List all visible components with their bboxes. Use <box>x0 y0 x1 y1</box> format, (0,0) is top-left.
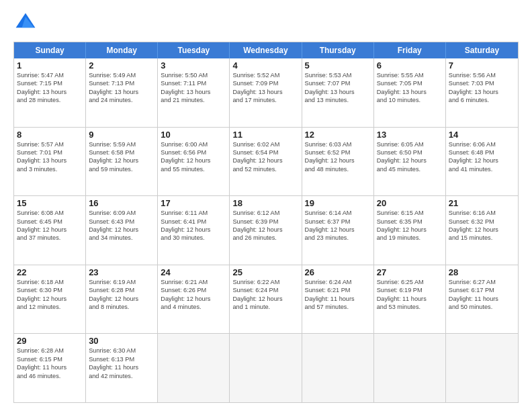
cell-info-line: and 10 minutes. <box>377 96 443 104</box>
cell-info-line: Sunrise: 6:12 AM <box>232 209 298 217</box>
day-cell-18: 18Sunrise: 6:12 AMSunset: 6:39 PMDayligh… <box>230 196 302 265</box>
cell-info-line: Sunset: 6:32 PM <box>449 218 515 226</box>
day-number: 23 <box>89 267 154 277</box>
day-cell-11: 11Sunrise: 6:02 AMSunset: 6:54 PMDayligh… <box>230 128 302 196</box>
cell-info-line: Sunrise: 5:53 AM <box>305 71 371 79</box>
cell-info-line: Sunset: 6:19 PM <box>377 286 443 294</box>
day-cell-4: 4Sunrise: 5:52 AMSunset: 7:09 PMDaylight… <box>230 58 302 127</box>
day-cell-9: 9Sunrise: 5:59 AMSunset: 6:58 PMDaylight… <box>86 128 158 196</box>
cell-info-line: Sunset: 6:43 PM <box>89 218 154 226</box>
header-cell-friday: Friday <box>374 42 446 58</box>
header-cell-tuesday: Tuesday <box>158 42 230 58</box>
day-cell-7: 7Sunrise: 5:56 AMSunset: 7:03 PMDaylight… <box>446 58 518 127</box>
cell-info-line: Daylight: 12 hours <box>161 295 226 303</box>
cell-info-line: Sunset: 6:50 PM <box>377 148 443 156</box>
day-cell-30: 30Sunrise: 6:30 AMSunset: 6:13 PMDayligh… <box>86 334 158 402</box>
header-cell-monday: Monday <box>86 42 158 58</box>
day-number: 12 <box>305 130 371 140</box>
cell-info-line: Sunset: 6:52 PM <box>305 148 371 156</box>
day-cell-21: 21Sunrise: 6:16 AMSunset: 6:32 PMDayligh… <box>446 196 518 265</box>
day-number: 22 <box>17 267 83 277</box>
day-cell-16: 16Sunrise: 6:09 AMSunset: 6:43 PMDayligh… <box>86 196 158 265</box>
calendar: SundayMondayTuesdayWednesdayThursdayFrid… <box>13 42 519 403</box>
day-cell-3: 3Sunrise: 5:50 AMSunset: 7:11 PMDaylight… <box>158 58 230 127</box>
day-number: 29 <box>17 336 83 346</box>
cell-info-line: Sunset: 6:21 PM <box>305 286 371 294</box>
day-number: 20 <box>377 198 443 208</box>
header-cell-saturday: Saturday <box>446 42 518 58</box>
day-number: 30 <box>89 336 154 346</box>
cell-info-line: Sunset: 6:13 PM <box>89 355 154 363</box>
day-cell-20: 20Sunrise: 6:15 AMSunset: 6:35 PMDayligh… <box>374 196 446 265</box>
cell-info-line: Sunset: 7:07 PM <box>305 79 371 87</box>
cell-info-line: and 21 minutes. <box>161 96 226 104</box>
day-number: 15 <box>17 198 83 208</box>
day-number: 13 <box>377 130 443 140</box>
cell-info-line: Daylight: 13 hours <box>17 156 83 165</box>
cell-info-line: Sunrise: 6:05 AM <box>377 140 443 148</box>
cell-info-line: Daylight: 12 hours <box>232 156 298 165</box>
cell-info-line: Sunrise: 6:02 AM <box>232 140 298 148</box>
cell-info-line: Sunset: 6:58 PM <box>89 148 154 156</box>
cell-info-line: Daylight: 12 hours <box>89 156 154 165</box>
cell-info-line: and 48 minutes. <box>305 165 371 173</box>
cell-info-line: and 53 minutes. <box>377 303 443 311</box>
cell-info-line: and 8 minutes. <box>89 303 154 311</box>
day-cell-5: 5Sunrise: 5:53 AMSunset: 7:07 PMDaylight… <box>302 58 374 127</box>
cell-info-line: Sunrise: 5:59 AM <box>89 140 154 148</box>
cell-info-line: Daylight: 12 hours <box>377 226 443 234</box>
header-cell-sunday: Sunday <box>14 42 86 58</box>
cell-info-line: Sunrise: 6:00 AM <box>161 140 226 148</box>
cell-info-line: Sunrise: 6:21 AM <box>161 278 226 286</box>
day-number: 25 <box>232 267 298 277</box>
cell-info-line: Daylight: 12 hours <box>449 156 515 165</box>
cell-info-line: Sunrise: 6:24 AM <box>305 278 371 286</box>
cell-info-line: Sunrise: 6:19 AM <box>89 278 154 286</box>
cell-info-line: Daylight: 13 hours <box>305 88 371 96</box>
cell-info-line: Daylight: 12 hours <box>449 226 515 234</box>
cell-info-line: Sunrise: 5:47 AM <box>17 71 83 79</box>
cell-info-line: and 37 minutes. <box>17 234 83 242</box>
cell-info-line: and 6 minutes. <box>449 96 515 104</box>
cell-info-line: and 23 minutes. <box>305 234 371 242</box>
cell-info-line: Sunset: 6:30 PM <box>17 286 83 294</box>
day-number: 3 <box>161 60 226 71</box>
day-number: 16 <box>89 198 154 208</box>
cell-info-line: Sunrise: 6:28 AM <box>17 347 83 355</box>
cell-info-line: Daylight: 12 hours <box>377 156 443 165</box>
day-cell-10: 10Sunrise: 6:00 AMSunset: 6:56 PMDayligh… <box>158 128 230 196</box>
day-cell-27: 27Sunrise: 6:25 AMSunset: 6:19 PMDayligh… <box>374 265 446 334</box>
cell-info-line: Daylight: 11 hours <box>89 363 154 371</box>
cell-info-line: and 24 minutes. <box>89 96 154 104</box>
day-number: 4 <box>232 60 298 71</box>
cell-info-line: Sunset: 6:15 PM <box>17 355 83 363</box>
cell-info-line: Sunrise: 6:03 AM <box>305 140 371 148</box>
cell-info-line: Sunset: 6:28 PM <box>89 286 154 294</box>
day-number: 7 <box>449 60 515 71</box>
cell-info-line: Daylight: 13 hours <box>161 88 226 96</box>
cell-info-line: Daylight: 13 hours <box>449 88 515 96</box>
cell-info-line: Daylight: 11 hours <box>17 363 83 371</box>
cell-info-line: Daylight: 11 hours <box>449 295 515 303</box>
calendar-row: 22Sunrise: 6:18 AMSunset: 6:30 PMDayligh… <box>14 265 518 334</box>
cell-info-line: Sunset: 6:35 PM <box>377 218 443 226</box>
calendar-header: SundayMondayTuesdayWednesdayThursdayFrid… <box>14 42 518 58</box>
cell-info-line: Sunrise: 6:18 AM <box>17 278 83 286</box>
day-cell-22: 22Sunrise: 6:18 AMSunset: 6:30 PMDayligh… <box>14 265 86 334</box>
day-number: 8 <box>17 130 83 140</box>
day-number: 28 <box>449 267 515 277</box>
cell-info-line: Sunset: 6:41 PM <box>161 218 226 226</box>
cell-info-line: Sunrise: 5:49 AM <box>89 71 154 79</box>
cell-info-line: Sunset: 6:37 PM <box>305 218 371 226</box>
cell-info-line: and 55 minutes. <box>161 165 226 173</box>
day-cell-8: 8Sunrise: 5:57 AMSunset: 7:01 PMDaylight… <box>14 128 86 196</box>
cell-info-line: and 59 minutes. <box>89 165 154 173</box>
cell-info-line: Sunset: 6:39 PM <box>232 218 298 226</box>
day-number: 11 <box>232 130 298 140</box>
day-cell-19: 19Sunrise: 6:14 AMSunset: 6:37 PMDayligh… <box>302 196 374 265</box>
cell-info-line: Sunset: 6:56 PM <box>161 148 226 156</box>
header <box>13 11 519 35</box>
cell-info-line: and 12 minutes. <box>17 303 83 311</box>
cell-info-line: and 1 minute. <box>232 303 298 311</box>
cell-info-line: Sunset: 6:26 PM <box>161 286 226 294</box>
